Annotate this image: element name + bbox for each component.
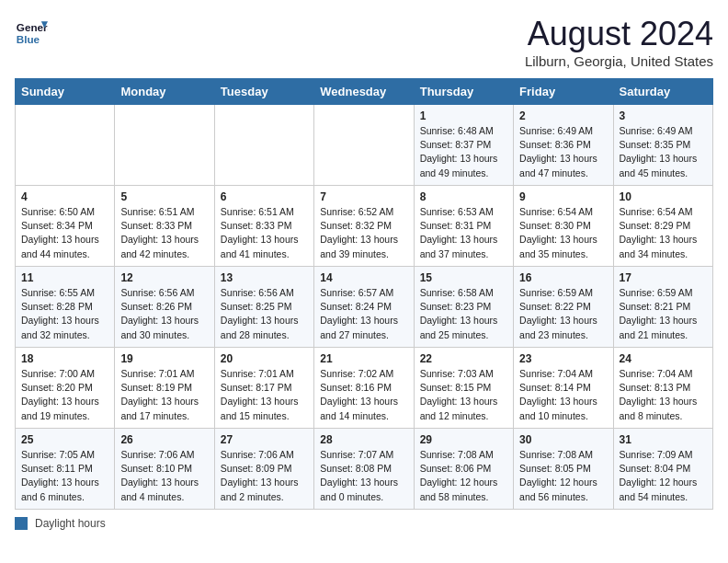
logo-icon: General Blue [15,15,48,48]
day-number: 19 [120,352,208,365]
title-block: August 2024 Lilburn, Georgia, United Sta… [525,15,713,69]
day-number: 9 [519,190,607,203]
day-info: Sunrise: 6:49 AM Sunset: 8:36 PM Dayligh… [519,124,607,180]
calendar-cell [314,105,414,186]
day-number: 27 [221,433,308,446]
calendar-cell: 6Sunrise: 6:51 AM Sunset: 8:33 PM Daylig… [214,186,313,267]
calendar-cell: 27Sunrise: 7:06 AM Sunset: 8:09 PM Dayli… [214,429,313,510]
day-info: Sunrise: 6:51 AM Sunset: 8:33 PM Dayligh… [120,205,208,261]
day-number: 14 [320,271,407,284]
page-header: General Blue August 2024 Lilburn, Georgi… [15,15,713,69]
calendar-cell: 20Sunrise: 7:01 AM Sunset: 8:17 PM Dayli… [214,348,313,429]
day-of-week-header: Monday [115,79,214,105]
day-info: Sunrise: 6:48 AM Sunset: 8:37 PM Dayligh… [420,124,507,180]
day-number: 12 [120,271,208,284]
footer: Daylight hours [15,517,713,530]
day-number: 16 [519,271,607,284]
calendar-cell: 18Sunrise: 7:00 AM Sunset: 8:20 PM Dayli… [16,348,115,429]
day-number: 10 [620,190,707,203]
calendar-cell: 15Sunrise: 6:58 AM Sunset: 8:23 PM Dayli… [414,267,513,348]
day-number: 11 [21,271,108,284]
location: Lilburn, Georgia, United States [525,53,713,69]
calendar-cell: 19Sunrise: 7:01 AM Sunset: 8:19 PM Dayli… [115,348,214,429]
day-number: 22 [420,352,507,365]
calendar-cell: 26Sunrise: 7:06 AM Sunset: 8:10 PM Dayli… [115,429,214,510]
day-info: Sunrise: 7:04 AM Sunset: 8:14 PM Dayligh… [519,367,607,423]
day-info: Sunrise: 6:51 AM Sunset: 8:33 PM Dayligh… [221,205,308,261]
calendar-cell [16,105,115,186]
calendar-cell: 30Sunrise: 7:08 AM Sunset: 8:05 PM Dayli… [514,429,613,510]
day-info: Sunrise: 6:58 AM Sunset: 8:23 PM Dayligh… [420,286,507,342]
day-of-week-header: Saturday [613,79,712,105]
day-info: Sunrise: 7:07 AM Sunset: 8:08 PM Dayligh… [320,448,407,504]
calendar-cell [214,105,313,186]
day-number: 15 [420,271,507,284]
day-of-week-header: Sunday [16,79,115,105]
calendar-cell: 3Sunrise: 6:49 AM Sunset: 8:35 PM Daylig… [613,105,712,186]
day-info: Sunrise: 6:56 AM Sunset: 8:26 PM Dayligh… [120,286,208,342]
calendar-cell: 17Sunrise: 6:59 AM Sunset: 8:21 PM Dayli… [613,267,712,348]
day-number: 31 [620,433,707,446]
month-title: August 2024 [525,15,713,53]
day-info: Sunrise: 6:50 AM Sunset: 8:34 PM Dayligh… [21,205,108,261]
calendar-cell: 21Sunrise: 7:02 AM Sunset: 8:16 PM Dayli… [314,348,414,429]
day-number: 13 [221,271,308,284]
day-info: Sunrise: 7:06 AM Sunset: 8:10 PM Dayligh… [120,448,208,504]
calendar-table: SundayMondayTuesdayWednesdayThursdayFrid… [15,78,713,510]
calendar-cell: 22Sunrise: 7:03 AM Sunset: 8:15 PM Dayli… [414,348,513,429]
day-info: Sunrise: 6:49 AM Sunset: 8:35 PM Dayligh… [620,124,707,180]
day-info: Sunrise: 7:03 AM Sunset: 8:15 PM Dayligh… [420,367,507,423]
calendar-cell: 16Sunrise: 6:59 AM Sunset: 8:22 PM Dayli… [514,267,613,348]
calendar-cell: 8Sunrise: 6:53 AM Sunset: 8:31 PM Daylig… [414,186,513,267]
day-info: Sunrise: 7:06 AM Sunset: 8:09 PM Dayligh… [221,448,308,504]
day-info: Sunrise: 7:09 AM Sunset: 8:04 PM Dayligh… [620,448,707,504]
day-info: Sunrise: 7:05 AM Sunset: 8:11 PM Dayligh… [21,448,108,504]
day-info: Sunrise: 7:04 AM Sunset: 8:13 PM Dayligh… [620,367,707,423]
day-of-week-header: Friday [514,79,613,105]
day-number: 7 [320,190,407,203]
day-number: 5 [120,190,208,203]
day-of-week-header: Wednesday [314,79,414,105]
calendar-cell: 24Sunrise: 7:04 AM Sunset: 8:13 PM Dayli… [613,348,712,429]
calendar-cell: 4Sunrise: 6:50 AM Sunset: 8:34 PM Daylig… [16,186,115,267]
day-info: Sunrise: 7:00 AM Sunset: 8:20 PM Dayligh… [21,367,108,423]
calendar-cell: 31Sunrise: 7:09 AM Sunset: 8:04 PM Dayli… [613,429,712,510]
calendar-cell: 13Sunrise: 6:56 AM Sunset: 8:25 PM Dayli… [214,267,313,348]
day-info: Sunrise: 7:01 AM Sunset: 8:19 PM Dayligh… [120,367,208,423]
calendar-cell: 25Sunrise: 7:05 AM Sunset: 8:11 PM Dayli… [16,429,115,510]
calendar-cell: 14Sunrise: 6:57 AM Sunset: 8:24 PM Dayli… [314,267,414,348]
day-info: Sunrise: 6:59 AM Sunset: 8:21 PM Dayligh… [620,286,707,342]
day-number: 26 [120,433,208,446]
calendar-cell: 5Sunrise: 6:51 AM Sunset: 8:33 PM Daylig… [115,186,214,267]
day-info: Sunrise: 6:54 AM Sunset: 8:30 PM Dayligh… [519,205,607,261]
calendar-cell: 2Sunrise: 6:49 AM Sunset: 8:36 PM Daylig… [514,105,613,186]
calendar-cell: 28Sunrise: 7:07 AM Sunset: 8:08 PM Dayli… [314,429,414,510]
day-number: 17 [620,271,707,284]
day-info: Sunrise: 6:57 AM Sunset: 8:24 PM Dayligh… [320,286,407,342]
day-info: Sunrise: 7:02 AM Sunset: 8:16 PM Dayligh… [320,367,407,423]
day-info: Sunrise: 6:53 AM Sunset: 8:31 PM Dayligh… [420,205,507,261]
day-number: 8 [420,190,507,203]
day-number: 1 [420,109,507,122]
legend-box [15,517,28,530]
day-number: 4 [21,190,108,203]
day-number: 6 [221,190,308,203]
calendar-cell: 9Sunrise: 6:54 AM Sunset: 8:30 PM Daylig… [514,186,613,267]
day-info: Sunrise: 6:56 AM Sunset: 8:25 PM Dayligh… [221,286,308,342]
calendar-cell: 11Sunrise: 6:55 AM Sunset: 8:28 PM Dayli… [16,267,115,348]
day-number: 21 [320,352,407,365]
day-number: 29 [420,433,507,446]
calendar-cell: 10Sunrise: 6:54 AM Sunset: 8:29 PM Dayli… [613,186,712,267]
day-info: Sunrise: 6:52 AM Sunset: 8:32 PM Dayligh… [320,205,407,261]
day-number: 24 [620,352,707,365]
day-number: 2 [519,109,607,122]
legend-label: Daylight hours [35,517,106,530]
day-info: Sunrise: 6:55 AM Sunset: 8:28 PM Dayligh… [21,286,108,342]
calendar-cell: 7Sunrise: 6:52 AM Sunset: 8:32 PM Daylig… [314,186,414,267]
day-info: Sunrise: 7:08 AM Sunset: 8:05 PM Dayligh… [519,448,607,504]
day-number: 23 [519,352,607,365]
day-info: Sunrise: 7:08 AM Sunset: 8:06 PM Dayligh… [420,448,507,504]
calendar-cell: 29Sunrise: 7:08 AM Sunset: 8:06 PM Dayli… [414,429,513,510]
day-info: Sunrise: 7:01 AM Sunset: 8:17 PM Dayligh… [221,367,308,423]
day-number: 3 [620,109,707,122]
